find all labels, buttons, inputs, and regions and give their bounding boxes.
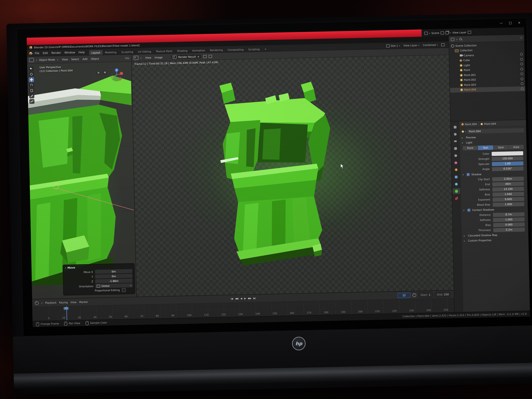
property-field[interactable]: 1.000 [493, 202, 524, 207]
light-type-button[interactable]: Spot [493, 145, 509, 150]
timeline-menu-item[interactable]: View [70, 300, 76, 304]
playback-button[interactable]: ◀◀ [235, 297, 238, 300]
outliner-display-mode-icon[interactable] [451, 38, 454, 41]
property-field[interactable]: 14.100 [492, 187, 524, 191]
unlink-image-icon[interactable]: × [197, 55, 200, 58]
viewport-menu-item[interactable]: Select [70, 57, 81, 61]
tab-object[interactable] [452, 167, 460, 173]
property-field[interactable]: 2.05m [492, 177, 524, 181]
workspace-tab[interactable]: Rendering [207, 48, 225, 53]
scene-selector[interactable]: Scene [431, 31, 439, 34]
blender-menu-icon[interactable] [29, 52, 32, 55]
playhead[interactable]: 12 [66, 306, 67, 320]
workspace-tab[interactable]: Animation [190, 48, 208, 53]
frame-end-field[interactable]: End:250 [435, 292, 451, 297]
new-image-icon[interactable] [209, 55, 212, 58]
panel-collapse-icon[interactable]: ▾ [65, 267, 66, 269]
visibility-toggle-icon[interactable] [521, 82, 523, 85]
viewport-menu-item[interactable]: View [60, 58, 70, 61]
playback-button[interactable]: |◀ [231, 298, 233, 300]
axis-gizmo[interactable]: Z [109, 67, 124, 82]
menu-item[interactable]: File [33, 51, 41, 55]
new-view-layer-icon[interactable] [468, 31, 471, 34]
menu-item[interactable]: Window [63, 51, 77, 54]
breadcrumb-object[interactable]: Point.004 [465, 122, 477, 126]
filter-icon[interactable]: ▽ [520, 37, 522, 39]
pin-icon[interactable] [441, 43, 445, 46]
auto-keying-icon[interactable] [412, 293, 416, 297]
visibility-toggle-icon[interactable] [520, 58, 523, 61]
select-box-tool[interactable] [29, 66, 34, 71]
move-field-value[interactable]: 0m [95, 274, 133, 279]
search-icon[interactable] [459, 38, 462, 41]
property-field[interactable]: 9.600 [493, 197, 524, 202]
visibility-toggle-icon[interactable] [520, 63, 523, 65]
slot-selector[interactable]: Slot 1▾ [386, 44, 400, 47]
timeline-menu-item[interactable]: Marker [79, 300, 88, 304]
property-field[interactable]: 0.060 [493, 222, 525, 227]
breadcrumb-data[interactable]: Point.004 [484, 122, 496, 125]
visibility-toggle-icon[interactable] [521, 87, 524, 90]
proportional-editing-checkbox[interactable] [122, 288, 126, 292]
rotate-tool[interactable] [29, 83, 34, 88]
workspace-tab[interactable]: + [262, 47, 269, 51]
tab-material[interactable] [453, 195, 460, 201]
image-menu-item[interactable]: Image [153, 56, 164, 59]
editor-type-icon[interactable] [29, 58, 34, 62]
tab-modifiers[interactable] [452, 174, 460, 180]
viewport-menu-item[interactable]: Object [89, 57, 101, 60]
playback-button[interactable]: ▶ [244, 297, 246, 300]
light-type-button[interactable]: Point [462, 146, 478, 151]
render-pass-selector[interactable]: Combined▾ [423, 43, 438, 47]
viewport-body[interactable]: User Perspective (12) Collection | Point… [27, 62, 136, 299]
visibility-toggle-icon[interactable] [521, 77, 523, 80]
tab-render[interactable] [451, 131, 459, 137]
fake-user-icon[interactable] [203, 55, 207, 58]
pan-hand-icon[interactable]: ✥ [103, 70, 107, 75]
property-field[interactable]: 0.526° [492, 166, 524, 171]
menu-item[interactable]: Render [50, 51, 63, 54]
editor-type-icon[interactable] [133, 56, 138, 60]
move-tool[interactable] [29, 77, 34, 82]
tab-view-layer[interactable] [452, 146, 459, 152]
light-type-button[interactable]: Area [509, 145, 524, 150]
property-field[interactable]: 1.000 [493, 217, 525, 222]
menu-item[interactable]: Edit [41, 51, 50, 54]
property-field[interactable]: 5.2m [493, 227, 525, 232]
tab-output[interactable] [452, 138, 459, 144]
cursor-tool[interactable] [29, 72, 34, 77]
scale-tool[interactable] [29, 88, 34, 93]
workspace-tab[interactable]: Shading [175, 48, 190, 53]
move-field-value[interactable]: -1.86m [95, 279, 133, 283]
property-field[interactable]: 150.000 [492, 156, 523, 161]
render-layer-selector[interactable]: View Layer▾ [403, 44, 419, 47]
property-field[interactable]: 40m [492, 182, 524, 186]
timeline-menu-item[interactable]: Keying [59, 301, 68, 304]
measure-tool[interactable] [29, 99, 34, 104]
workspace-tab[interactable]: Texture Paint [153, 49, 175, 54]
close-button[interactable]: × [518, 21, 520, 24]
playback-button[interactable]: ▶▶ [248, 297, 251, 300]
workspace-tab[interactable]: UV Editing [135, 49, 154, 54]
new-scene-icon[interactable] [441, 31, 444, 34]
orientation-selector[interactable]: Glo [125, 56, 129, 60]
frame-start-field[interactable]: Start:1 [418, 292, 433, 298]
visibility-toggle-icon[interactable] [520, 68, 523, 70]
light-type-button[interactable]: Sun [478, 145, 493, 150]
tab-scene[interactable] [452, 152, 460, 158]
playback-button[interactable]: ◀ [240, 297, 242, 300]
visibility-toggle-icon[interactable] [520, 53, 523, 56]
visibility-toggle-icon[interactable] [520, 73, 523, 75]
current-frame-field[interactable]: 12 [398, 292, 411, 298]
annotate-tool[interactable] [29, 94, 34, 98]
viewport-menu-item[interactable]: Add [81, 57, 89, 61]
tab-physics[interactable] [452, 181, 460, 187]
render-result-canvas[interactable]: Frame:12 | Time:00:33.18 | Mem:106.44M (… [132, 55, 454, 297]
minimize-button[interactable]: — [500, 21, 503, 25]
property-field[interactable]: 1.640 [493, 192, 524, 196]
image-menu-item[interactable]: View [144, 56, 153, 59]
shadow-checkbox[interactable]: ✓ [467, 173, 470, 176]
workspace-tab[interactable]: Sculpting [119, 49, 136, 54]
orientation-dropdown[interactable]: Global ▾ [95, 283, 133, 288]
contact-shadows-checkbox[interactable]: ✓ [467, 209, 470, 212]
